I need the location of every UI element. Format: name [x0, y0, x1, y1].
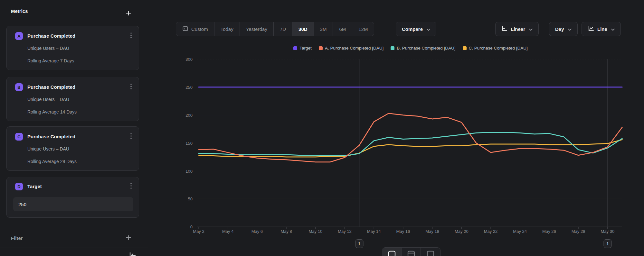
range-7d[interactable]: 7D: [274, 22, 292, 36]
target-card[interactable]: D Target: [6, 177, 139, 218]
legend-label: B. Purchase Completed [DAU]: [397, 46, 455, 50]
chevron-down-icon: [427, 26, 430, 32]
range-yesterday[interactable]: Yesterday: [240, 22, 274, 36]
y-axis-label: 0: [190, 224, 193, 229]
range-label: Yesterday: [246, 26, 267, 32]
interval-label: Day: [555, 26, 564, 32]
x-axis-label: May 8: [280, 229, 292, 234]
add-filter-button[interactable]: [124, 234, 133, 242]
range-label: 3M: [320, 26, 327, 32]
compare-label: Compare: [402, 26, 423, 32]
y-axis-label: 200: [185, 113, 193, 117]
y-axis-label: 250: [185, 85, 193, 89]
metrics-header: Metrics: [11, 8, 28, 14]
plus-icon: [125, 10, 132, 18]
line-chart[interactable]: [187, 56, 634, 236]
sidebar-divider: [0, 248, 148, 248]
range-30d[interactable]: 30D: [292, 22, 314, 36]
legend-swatch: [293, 46, 297, 50]
legend-item[interactable]: A. Purchase Completed [DAU]: [319, 46, 384, 50]
metric-badge: C: [15, 133, 23, 141]
view-toggle-table-button[interactable]: [402, 248, 421, 256]
metric-card-b[interactable]: B Purchase Completed Unique Users – DAU …: [6, 77, 139, 121]
annotation-badge[interactable]: 1: [603, 239, 611, 248]
metric-menu-button[interactable]: [127, 32, 135, 40]
y-axis-label: 150: [185, 141, 193, 145]
scale-label: Linear: [511, 26, 525, 32]
view-toggle-chart-button[interactable]: [382, 248, 402, 256]
calendar-icon: [182, 25, 188, 32]
x-axis-label: May 20: [455, 229, 469, 234]
legend-label: A. Purchase Completed [DAU]: [325, 46, 384, 50]
range-label: 6M: [339, 26, 346, 32]
add-metric-button[interactable]: [124, 10, 133, 18]
kebab-icon: [130, 183, 132, 190]
chevron-down-icon: [611, 26, 615, 32]
metric-detail: Rolling Average 14 Days: [27, 109, 77, 114]
metric-menu-button[interactable]: [127, 182, 135, 191]
split-view-icon: [426, 250, 435, 256]
kebab-icon: [130, 133, 132, 140]
sidebar: Metrics A Purchase Completed Unique User…: [0, 0, 148, 256]
kebab-icon: [130, 32, 132, 40]
chevron-down-icon: [568, 26, 572, 32]
legend-item[interactable]: Target: [293, 46, 312, 50]
legend-label: Target: [299, 46, 312, 50]
range-custom[interactable]: Custom: [176, 22, 214, 36]
metric-badge: D: [15, 183, 23, 190]
kebab-icon: [130, 84, 132, 91]
plus-icon: [125, 234, 132, 242]
annotation-badge[interactable]: 1: [355, 239, 363, 248]
metric-measure: Unique Users – DAU: [27, 146, 69, 151]
metric-menu-button[interactable]: [127, 133, 135, 141]
x-axis-label: May 10: [308, 229, 322, 234]
x-axis-label: May 2: [193, 229, 204, 234]
view-toggle-split-button[interactable]: [421, 248, 440, 256]
metric-measure: Unique Users – DAU: [27, 46, 69, 51]
interval-selector-button[interactable]: Day: [549, 22, 578, 36]
x-axis-label: May 12: [338, 229, 352, 234]
legend-item[interactable]: B. Purchase Completed [DAU]: [391, 46, 455, 50]
chart-legend: TargetA. Purchase Completed [DAU]B. Purc…: [187, 46, 634, 50]
x-axis-label: May 22: [484, 229, 498, 234]
chevron-down-icon: [529, 26, 533, 32]
metric-card-a[interactable]: A Purchase Completed Unique Users – DAU …: [6, 26, 139, 70]
metric-menu-button[interactable]: [127, 83, 135, 91]
view-toggle-group: [382, 247, 440, 256]
collapse-sidebar-button[interactable]: [128, 251, 137, 256]
compare-button[interactable]: Compare: [396, 22, 436, 36]
chart-type-selector-button[interactable]: Line: [582, 22, 621, 36]
chart-type-label: Line: [597, 26, 607, 32]
x-axis-label: May 26: [542, 229, 556, 234]
legend-swatch: [391, 46, 394, 50]
range-6m[interactable]: 6M: [333, 22, 352, 36]
x-axis-label: May 30: [601, 229, 614, 234]
range-12m[interactable]: 12M: [352, 22, 374, 36]
metric-detail: Rolling Average 7 Days: [27, 58, 74, 63]
x-axis-label: May 28: [572, 229, 585, 234]
legend-item[interactable]: C. Purchase Completed [DAU]: [463, 46, 528, 50]
legend-swatch: [463, 46, 467, 50]
target-title: Target: [27, 184, 42, 189]
legend-swatch: [319, 46, 323, 50]
range-label: Today: [221, 26, 233, 32]
metric-title: Purchase Completed: [27, 134, 75, 139]
date-range-control: Custom Today Yesterday 7D 30D 3M 6M 12M: [176, 22, 374, 36]
x-axis-label: May 16: [396, 229, 410, 234]
series-line: [199, 133, 622, 156]
target-value-input[interactable]: [13, 197, 133, 211]
y-axis-label: 100: [185, 169, 193, 173]
metric-title: Purchase Completed: [27, 84, 75, 90]
x-axis-label: May 18: [425, 229, 439, 234]
filter-header: Filter: [11, 235, 23, 241]
metric-badge: A: [15, 32, 23, 40]
axis-icon: [501, 25, 507, 32]
metric-card-c[interactable]: C Purchase Completed Unique Users – DAU …: [6, 126, 139, 171]
range-label: 30D: [298, 26, 308, 32]
line-chart-icon: [588, 25, 594, 32]
range-3m[interactable]: 3M: [314, 22, 333, 36]
y-axis-label: 50: [188, 197, 193, 201]
range-today[interactable]: Today: [214, 22, 240, 36]
scale-selector-button[interactable]: Linear: [495, 22, 539, 36]
x-axis-label: May 14: [367, 229, 381, 234]
